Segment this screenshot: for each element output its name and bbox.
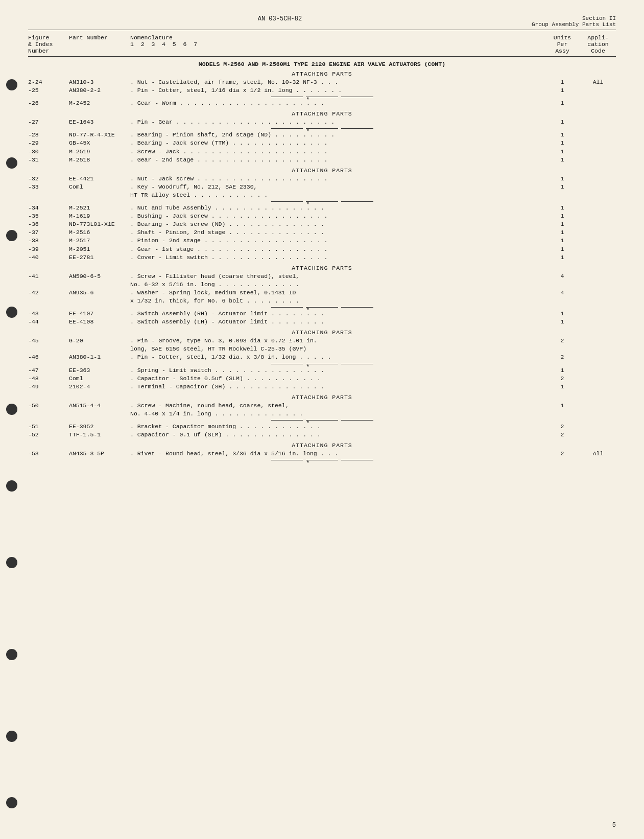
col-units: UnitsPerAssy (544, 34, 580, 54)
table-row: -45 G-20 . Pin - Groove, type No. 3, 0.0… (28, 337, 616, 353)
units-per-assy: 1 (544, 175, 580, 183)
part-number: M-2521 (69, 204, 125, 212)
table-row: -29 GB-45X . Bearing - Jack screw (TTM) … (28, 139, 616, 147)
figure-index: -50 (28, 402, 69, 410)
nomenclature-text: . Gear - 2nd stage . . . . . . . . . . .… (125, 156, 544, 164)
section-divider: * (28, 201, 616, 202)
table-row: -38 M-2517 . Pinion - 2nd stage . . . . … (28, 237, 616, 245)
part-number: 2102-4 (69, 383, 125, 391)
table-row: -32 EE-4421 . Nut - Jack screw . . . . .… (28, 175, 616, 183)
section-divider: * (28, 420, 616, 421)
part-number: EE-4108 (69, 318, 125, 326)
units-per-assy: 1 (544, 212, 580, 220)
part-number: EE-4107 (69, 310, 125, 318)
figure-index: -32 (28, 175, 69, 183)
figure-index: -41 (28, 272, 69, 281)
nomenclature-text: . Key - Woodruff, No. 212, SAE 2330,HT T… (125, 183, 544, 199)
table-row: -40 EE-2781 . Cover - Limit switch . . .… (28, 253, 616, 262)
units-per-assy: 1 (544, 156, 580, 164)
circle-marker-8 (6, 649, 17, 660)
table-row: -47 EE-363 . Spring - Limit switch . . .… (28, 366, 616, 375)
top-divider (28, 30, 616, 30)
attaching-parts-header: ATTACHING PARTS (28, 329, 616, 336)
section-title: Section II (582, 15, 616, 21)
table-row: -53 AN435-3-5P . Rivet - Round head, ste… (28, 450, 616, 458)
table-row: -51 EE-3952 . Bracket - Capacitor mounti… (28, 423, 616, 431)
section-info: Section II Group Assembly Parts List (532, 15, 616, 28)
doc-number-center: AN 03-5CH-82 (28, 15, 532, 28)
page-header: AN 03-5CH-82 Section II Group Assembly P… (28, 15, 616, 28)
nomenclature-text: . Cover - Limit switch . . . . . . . . .… (125, 253, 544, 262)
units-per-assy: 2 (544, 337, 580, 345)
units-per-assy: 4 (544, 272, 580, 281)
section-sub: Group Assembly Parts List (532, 21, 616, 28)
part-number: GB-45X (69, 139, 125, 147)
circle-marker-3 (6, 230, 17, 241)
part-number: Coml (69, 375, 125, 383)
figure-index: -29 (28, 139, 69, 147)
units-per-assy: 2 (544, 431, 580, 439)
attaching-parts-header: ATTACHING PARTS (28, 394, 616, 401)
part-number: AN515-4-4 (69, 402, 125, 410)
figure-index: -44 (28, 318, 69, 326)
units-per-assy: 1 (544, 99, 580, 107)
part-number: AN380-1-1 (69, 353, 125, 361)
figure-index: -36 (28, 220, 69, 228)
attaching-parts-header: ATTACHING PARTS (28, 265, 616, 271)
figure-index: -28 (28, 131, 69, 139)
figure-index: -48 (28, 375, 69, 383)
circle-marker-10 (6, 797, 17, 808)
table-row: -36 ND-773L01-X1E . Bearing - Jack screw… (28, 220, 616, 228)
section-divider: * (28, 364, 616, 364)
table-row: -31 M-2518 . Gear - 2nd stage . . . . . … (28, 156, 616, 164)
units-per-assy: 1 (544, 78, 580, 86)
units-per-assy: 1 (544, 383, 580, 391)
nomenclature-text: . Bracket - Capacitor mounting . . . . .… (125, 423, 544, 431)
part-number: EE-3952 (69, 423, 125, 431)
part-number: M-2519 (69, 148, 125, 156)
nomenclature-text: . Pin - Groove, type No. 3, 0.093 dia x … (125, 337, 544, 353)
section-divider: * (28, 307, 616, 308)
circle-marker-1 (6, 79, 17, 90)
units-per-assy: 1 (544, 86, 580, 95)
part-number: AN500-6-5 (69, 272, 125, 281)
nomenclature-text: . Terminal - Capacitor (SH) . . . . . . … (125, 383, 544, 391)
table-row: -28 ND-77-R-4-X1E . Bearing - Pinion sha… (28, 131, 616, 139)
figure-index: -42 (28, 289, 69, 297)
section-divider: * (28, 97, 616, 97)
nomenclature-text: . Bearing - Pinion shaft, 2nd stage (ND)… (125, 131, 544, 139)
circle-marker-5 (6, 404, 17, 415)
units-per-assy: 1 (544, 402, 580, 410)
col-appli: Appli-cationCode (580, 34, 616, 54)
figure-index: -34 (28, 204, 69, 212)
nomenclature-text: . Screw - Fillister head (coarse thread)… (125, 272, 544, 289)
nomenclature-text: . Capacitor - Solite 0.5uf (SLM) . . . .… (125, 375, 544, 383)
units-per-assy: 2 (544, 375, 580, 383)
part-number: EE-2781 (69, 253, 125, 262)
parts-table: ATTACHING PARTS 2-24 AN310-3 . Nut - Cas… (28, 71, 616, 460)
part-number: M-2452 (69, 99, 125, 107)
section-divider: * (28, 128, 616, 129)
figure-index: -31 (28, 156, 69, 164)
units-per-assy: 2 (544, 450, 580, 458)
nomenclature-text: . Pinion - 2nd stage . . . . . . . . . .… (125, 237, 544, 245)
circle-marker-2 (6, 157, 17, 169)
application-code: All (580, 450, 616, 458)
part-number: AN435-3-5P (69, 450, 125, 458)
part-number: M-2051 (69, 245, 125, 253)
table-row: 2-24 AN310-3 . Nut - Castellated, air fr… (28, 78, 616, 86)
nomenclature-text: . Switch Assembly (RH) - Actuator limit … (125, 310, 544, 318)
application-code: All (580, 78, 616, 86)
figure-index: -53 (28, 450, 69, 458)
table-row: -44 EE-4108 . Switch Assembly (LH) - Act… (28, 318, 616, 326)
circle-marker-7 (6, 557, 17, 568)
figure-index: -45 (28, 337, 69, 345)
nomenclature-text: . Pin - Gear . . . . . . . . . . . . . .… (125, 118, 544, 126)
units-per-assy: 1 (544, 310, 580, 318)
figure-index: -26 (28, 99, 69, 107)
units-per-assy: 1 (544, 220, 580, 228)
figure-index: -43 (28, 310, 69, 318)
circle-marker-4 (6, 307, 17, 318)
part-number: ND-773L01-X1E (69, 220, 125, 228)
part-number: EE-363 (69, 366, 125, 375)
